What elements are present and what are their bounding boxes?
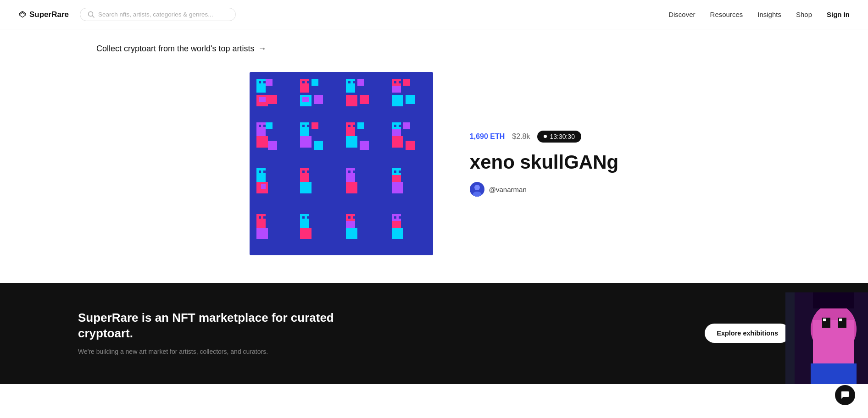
svg-rect-85 xyxy=(399,216,401,219)
svg-rect-42 xyxy=(392,129,401,136)
svg-rect-39 xyxy=(353,125,355,127)
svg-rect-28 xyxy=(259,125,261,127)
svg-rect-53 xyxy=(300,175,309,182)
timer-dot xyxy=(544,135,547,138)
header: SuperRare Discover Resources Insights Sh… xyxy=(0,0,868,29)
svg-rect-102 xyxy=(406,141,415,150)
bottom-title: SuperRare is an NFT marketplace for cura… xyxy=(78,310,372,341)
svg-rect-63 xyxy=(392,175,401,182)
svg-rect-66 xyxy=(392,182,403,193)
svg-rect-75 xyxy=(307,216,309,219)
svg-rect-7 xyxy=(263,81,266,83)
svg-rect-6 xyxy=(259,81,261,83)
svg-rect-54 xyxy=(302,170,305,173)
svg-rect-35 xyxy=(300,136,312,148)
svg-rect-95 xyxy=(268,95,277,104)
svg-rect-93 xyxy=(357,122,364,129)
chat-button[interactable] xyxy=(835,385,855,405)
svg-rect-37 xyxy=(346,129,355,136)
svg-rect-80 xyxy=(353,216,355,219)
svg-rect-40 xyxy=(346,136,357,148)
svg-rect-89 xyxy=(357,79,364,86)
bottom-text: SuperRare is an NFT marketplace for cura… xyxy=(78,310,372,357)
artwork-title[interactable]: xeno skullGANg xyxy=(470,152,618,173)
price-timer: 1,690 ETH $2.8k 13:30:30 xyxy=(470,131,618,143)
svg-rect-61 xyxy=(346,182,357,193)
svg-rect-69 xyxy=(259,216,261,219)
nav-resources[interactable]: Resources xyxy=(710,11,743,18)
svg-rect-56 xyxy=(300,182,312,193)
svg-rect-20 xyxy=(346,95,357,106)
nav-signin[interactable]: Sign In xyxy=(827,11,850,18)
hero-tagline-text: Collect cryptoart from the world's top a… xyxy=(96,44,255,54)
nav-discover[interactable]: Discover xyxy=(668,11,695,18)
price-eth: 1,690 ETH xyxy=(470,132,505,141)
nav-insights[interactable]: Insights xyxy=(757,11,781,18)
svg-rect-117 xyxy=(811,363,857,384)
bottom-artwork-preview xyxy=(785,292,868,384)
svg-rect-33 xyxy=(302,125,305,127)
svg-rect-68 xyxy=(256,221,266,228)
artist-avatar xyxy=(470,182,484,197)
nav-shop[interactable]: Shop xyxy=(796,11,812,18)
timer-value: 13:30:30 xyxy=(550,133,575,140)
artwork-image-container[interactable] xyxy=(250,72,433,255)
svg-rect-92 xyxy=(312,122,318,129)
svg-rect-22 xyxy=(392,86,401,93)
svg-rect-47 xyxy=(256,175,266,182)
svg-rect-97 xyxy=(360,95,369,104)
logo-icon xyxy=(18,11,27,18)
search-input[interactable] xyxy=(98,11,228,18)
svg-rect-38 xyxy=(348,125,351,127)
bottom-subtitle: We're building a new art market for arti… xyxy=(78,347,372,357)
chat-icon xyxy=(840,390,850,400)
artwork-image xyxy=(250,72,433,255)
search-icon xyxy=(88,11,95,18)
svg-rect-15 xyxy=(302,97,309,102)
logo-text: SuperRare xyxy=(29,10,69,19)
artist-info[interactable]: @vanarman xyxy=(470,182,618,197)
svg-rect-48 xyxy=(259,170,261,173)
svg-rect-79 xyxy=(348,216,351,219)
svg-rect-99 xyxy=(268,141,277,150)
svg-rect-64 xyxy=(394,170,396,173)
main-content: Collect cryptoart from the world's top a… xyxy=(0,29,868,283)
header-left: SuperRare xyxy=(18,8,236,21)
svg-point-104 xyxy=(474,185,480,190)
hero-tagline[interactable]: Collect cryptoart from the world's top a… xyxy=(18,29,850,72)
svg-rect-84 xyxy=(394,216,396,219)
svg-rect-96 xyxy=(314,95,323,104)
svg-rect-100 xyxy=(314,141,323,150)
price-usd: $2.8k xyxy=(512,132,530,141)
svg-rect-11 xyxy=(300,86,309,93)
svg-rect-94 xyxy=(403,122,410,129)
svg-rect-25 xyxy=(392,95,403,106)
svg-rect-116 xyxy=(813,292,854,308)
svg-rect-34 xyxy=(307,125,309,127)
svg-rect-55 xyxy=(307,170,309,173)
svg-rect-9 xyxy=(259,97,266,102)
svg-rect-86 xyxy=(392,228,403,239)
svg-rect-19 xyxy=(353,81,355,83)
artist-handle: @vanarman xyxy=(489,186,527,193)
svg-rect-45 xyxy=(392,136,403,148)
logo[interactable]: SuperRare xyxy=(18,10,69,19)
svg-rect-27 xyxy=(256,129,266,136)
svg-rect-101 xyxy=(360,141,369,150)
svg-rect-13 xyxy=(307,81,309,83)
svg-rect-18 xyxy=(348,81,351,83)
hero-tagline-arrow: → xyxy=(258,44,267,54)
svg-rect-88 xyxy=(312,79,318,86)
artwork-section: 1,690 ETH $2.8k 13:30:30 xeno skullGANg … xyxy=(18,72,850,283)
artwork-info: 1,690 ETH $2.8k 13:30:30 xeno skullGANg … xyxy=(470,131,618,197)
svg-rect-71 xyxy=(256,228,268,239)
svg-rect-111 xyxy=(813,320,854,366)
bottom-section: SuperRare is an NFT marketplace for cura… xyxy=(0,283,868,384)
svg-rect-91 xyxy=(266,122,273,129)
svg-rect-12 xyxy=(302,81,305,83)
svg-rect-49 xyxy=(263,170,266,173)
svg-rect-73 xyxy=(300,221,309,228)
svg-rect-59 xyxy=(348,170,351,173)
svg-rect-81 xyxy=(346,228,357,239)
explore-exhibitions-button[interactable]: Explore exhibitions xyxy=(705,324,790,343)
